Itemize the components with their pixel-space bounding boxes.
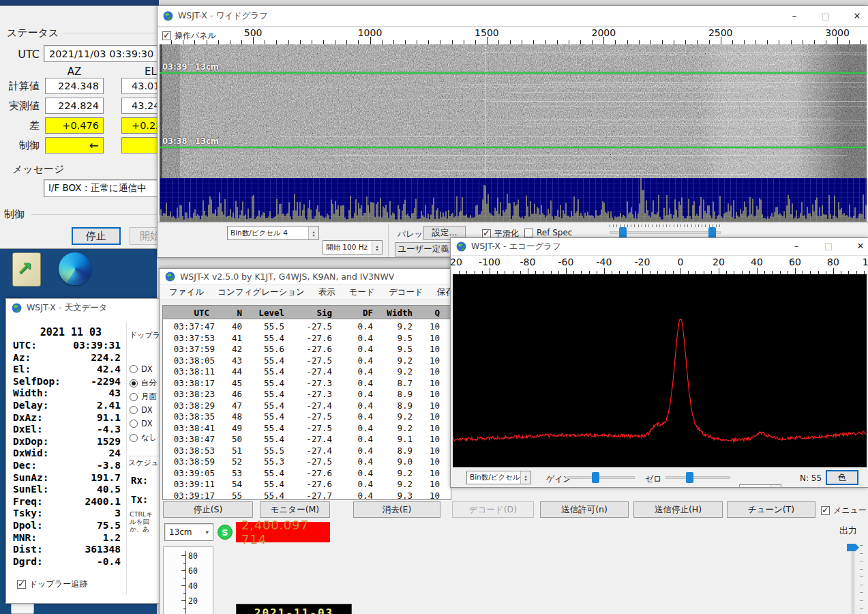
tick: [528, 268, 528, 274]
wf-gain-handle[interactable]: [619, 227, 627, 238]
maximize-button[interactable]: □: [814, 9, 837, 23]
doppler-radio[interactable]: [130, 365, 138, 373]
close-button[interactable]: ✕: [849, 239, 868, 253]
table-row[interactable]: 03:37:534155.4-27.60.49.510: [163, 331, 451, 342]
tick: [490, 268, 490, 274]
main-button-停止(S)[interactable]: 停止(S): [163, 501, 253, 518]
doppler-radio[interactable]: [130, 393, 138, 401]
spinner-arrows-icon[interactable]: ▴▾: [308, 226, 318, 239]
table-row[interactable]: 03:39:115455.4-27.60.49.210: [163, 477, 451, 488]
doppler-radio[interactable]: [130, 434, 138, 442]
doppler-radio[interactable]: [130, 420, 138, 428]
table-row[interactable]: 03:38:414955.4-27.50.49.210: [163, 421, 451, 433]
spinner-arrows-icon[interactable]: ▴▾: [770, 485, 781, 488]
table-cell: 0.4: [342, 491, 383, 502]
table-row[interactable]: 03:38:354855.4-27.50.49.210: [163, 409, 451, 421]
table-row[interactable]: 03:38:535155.5-27.40.48.910: [163, 443, 451, 455]
echo-smooth-spinner[interactable]: 平滑化 10▴▾: [739, 484, 781, 488]
spinner-arrows-icon[interactable]: ▴▾: [520, 471, 530, 484]
table-row[interactable]: 03:38:054355.4-27.50.49.210: [163, 353, 451, 365]
main-button-送信許可(n)[interactable]: 送信許可(n): [540, 501, 629, 518]
astro-entry-label: DxWid:: [13, 448, 48, 458]
minimize-button[interactable]: –: [785, 239, 808, 253]
start-rotator-button[interactable]: 開始: [130, 227, 158, 245]
waterfall-time-1: 03:39: [162, 62, 188, 72]
start-hz-spinner[interactable]: 開始 100 Hz▴▾: [323, 240, 383, 254]
echo-gain-handle[interactable]: [592, 472, 599, 483]
doppler-tracking-checkbox-row[interactable]: ドップラー追跡: [17, 579, 87, 590]
doppler-option-label: DX: [141, 405, 153, 415]
doppler-option[interactable]: DX: [130, 405, 153, 415]
user-defined-button[interactable]: ユーザー定義: [395, 242, 452, 257]
spinner-arrows-icon[interactable]: ▴▾: [372, 241, 382, 254]
menu-モード[interactable]: モード: [348, 284, 376, 300]
band-select[interactable]: 13cm▾: [164, 523, 213, 541]
wide-graph-titlebar[interactable]: WSJT-X - ワイドグラフ: [158, 6, 868, 27]
doppler-option[interactable]: DX: [130, 419, 153, 428]
main-button-モニター(M)[interactable]: モニター(M): [260, 501, 330, 518]
doppler-option[interactable]: なし: [130, 433, 158, 443]
table-row[interactable]: 03:38:234655.4-27.30.48.910: [163, 387, 451, 398]
table-row[interactable]: 03:38:174555.4-27.30.48.710: [163, 376, 451, 388]
main-button-チューン(T)[interactable]: チューン(T): [727, 501, 815, 518]
spectrum-display[interactable]: [160, 178, 867, 222]
doppler-radio[interactable]: [130, 379, 138, 388]
maximize-button[interactable]: □: [817, 239, 840, 253]
date-display-text: 2021-11-03: [237, 606, 351, 614]
frequency-display[interactable]: 2,400.097 714: [236, 522, 330, 542]
refspec-checkbox[interactable]: [524, 229, 533, 237]
astro-entry-label: Az:: [13, 352, 31, 363]
stop-rotator-button[interactable]: 停止: [72, 227, 121, 245]
control-panel-checkbox-row[interactable]: 操作パネル: [162, 30, 216, 42]
table-row[interactable]: 03:38:114455.4-27.40.49.210: [163, 364, 451, 376]
desktop-icon-edge[interactable]: [59, 252, 93, 291]
minimize-button[interactable]: –: [783, 9, 806, 23]
echo-zero-slider[interactable]: [665, 476, 730, 479]
echo-scale-label: 80: [827, 257, 839, 267]
doppler-option[interactable]: 月面: [130, 392, 157, 402]
waterfall-display[interactable]: 03:39 13cm 03:38 13cm: [160, 44, 867, 178]
table-row[interactable]: 03:37:474055.5-27.50.49.210: [163, 319, 451, 331]
doppler-option[interactable]: 自分: [130, 378, 157, 388]
tick: [680, 224, 681, 227]
menu-checkbox[interactable]: [821, 506, 830, 515]
table-row[interactable]: 03:39:175555.4-27.70.49.310: [163, 488, 451, 500]
main-button-送信停止(H)[interactable]: 送信停止(H): [633, 501, 723, 518]
doppler-tracking-label: ドップラー追跡: [29, 579, 87, 590]
desktop-icon-wsjtx[interactable]: ↗: [10, 251, 45, 292]
bins-per-pixel-spinner[interactable]: Bin数/ピクセル 4▴▾: [227, 226, 319, 240]
echo-gain-slider[interactable]: [567, 476, 635, 479]
menu-表示[interactable]: 表示: [317, 284, 337, 300]
table-row[interactable]: 03:38:475055.4-27.40.49.110: [163, 432, 451, 443]
menu-コンフィグレーション[interactable]: コンフィグレーション: [216, 284, 306, 300]
echo-scale-label: -20: [635, 257, 650, 267]
doppler-tracking-checkbox[interactable]: [17, 580, 26, 589]
close-button[interactable]: ✕: [845, 9, 868, 23]
tick: [183, 593, 186, 594]
output-slider-handle[interactable]: [847, 544, 859, 551]
echo-scale-label: -100: [479, 257, 500, 267]
echo-scale-label: 100: [863, 257, 868, 267]
table-row[interactable]: 03:37:594255.6-27.60.49.510: [163, 342, 451, 353]
doppler-panel: ドップラ DX自分月面DXDXなし スケジュ Rx: Tx: CTRLキルを回か…: [126, 322, 160, 595]
waterfall-time-2: 03:38: [162, 136, 188, 146]
table-row[interactable]: 03:38:595255.3-27.50.49.010: [163, 454, 451, 466]
menu-デコード[interactable]: デコード: [387, 284, 425, 300]
table-row[interactable]: 03:38:294755.4-27.40.48.910: [163, 398, 451, 410]
main-button-消去(E)[interactable]: 消去(E): [353, 501, 440, 518]
echo-bins-spinner[interactable]: Bin数/ピクセル 1▴▾: [466, 471, 531, 484]
output-slider[interactable]: [845, 540, 865, 614]
echo-color-button[interactable]: 色: [826, 470, 858, 485]
table-row[interactable]: 03:39:055355.4-27.60.49.210: [163, 466, 451, 478]
doppler-radio[interactable]: [130, 406, 138, 414]
refspec-checkbox-row[interactable]: Ref Spec: [524, 228, 572, 237]
control-panel-checkbox[interactable]: [162, 31, 171, 40]
doppler-option[interactable]: DX: [130, 364, 153, 374]
astro-titlebar[interactable]: WSJT-X - 天文データ: [6, 299, 159, 317]
echo-zero-handle[interactable]: [686, 472, 693, 483]
menu-ファイル[interactable]: ファイル: [168, 284, 205, 300]
main-button-デコード(D)[interactable]: デコード(D): [452, 501, 534, 518]
menu-checkbox-row[interactable]: メニュー: [821, 505, 867, 516]
control-group-line: [31, 214, 158, 215]
wf-zero-handle[interactable]: [708, 227, 716, 238]
